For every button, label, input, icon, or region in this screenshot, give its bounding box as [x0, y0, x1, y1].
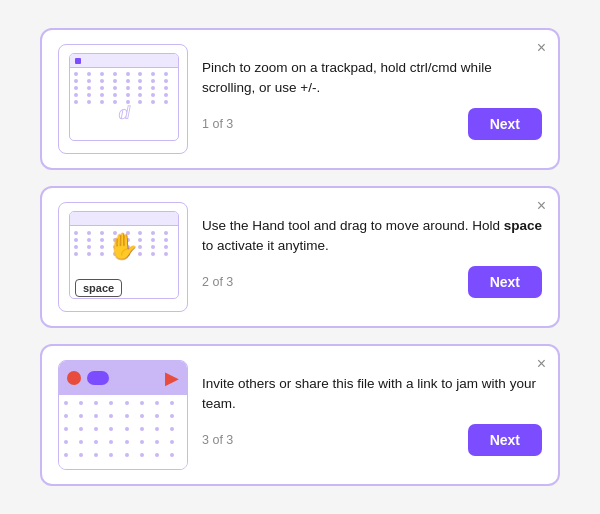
card-2-text-after: to activate it anytime. — [202, 238, 329, 253]
card-1-next-button[interactable]: Next — [468, 108, 542, 140]
card-3-illustration: ▶ — [58, 360, 188, 470]
card-1-close-button[interactable]: × — [537, 40, 546, 56]
tip-card-3: ▶ Invite others or share this file with … — [40, 344, 560, 486]
card-1-content: Pinch to zoom on a trackpad, hold ctrl/c… — [202, 58, 542, 139]
card-3-content: Invite others or share this file with a … — [202, 374, 542, 455]
card-2-footer: 2 of 3 Next — [202, 266, 542, 298]
card-3-progress: 3 of 3 — [202, 433, 233, 447]
card-3-next-button[interactable]: Next — [468, 424, 542, 456]
card-2-text-plain: Use the Hand tool and drag to move aroun… — [202, 218, 504, 233]
card-1-illustration: ⅆ — [58, 44, 188, 154]
card-2-illustration: ✋ space — [58, 202, 188, 312]
tip-card-1: ⅆ Pinch to zoom on a trackpad, hold ctrl… — [40, 28, 560, 170]
cursor-icon: ▶ — [165, 369, 179, 387]
tip-card-2: ✋ space Use the Hand tool and drag to mo… — [40, 186, 560, 328]
card-3-text: Invite others or share this file with a … — [202, 374, 542, 413]
space-badge: space — [75, 279, 122, 297]
card-1-footer: 1 of 3 Next — [202, 108, 542, 140]
card-1-text: Pinch to zoom on a trackpad, hold ctrl/c… — [202, 58, 542, 97]
purple-pill — [87, 371, 109, 385]
card-2-close-button[interactable]: × — [537, 198, 546, 214]
hand-icon: ✋ — [107, 231, 139, 262]
card-3-footer: 3 of 3 Next — [202, 424, 542, 456]
card-2-text: Use the Hand tool and drag to move aroun… — [202, 216, 542, 255]
card-2-content: Use the Hand tool and drag to move aroun… — [202, 216, 542, 297]
card-2-progress: 2 of 3 — [202, 275, 233, 289]
card-2-next-button[interactable]: Next — [468, 266, 542, 298]
card-3-close-button[interactable]: × — [537, 356, 546, 372]
card-2-text-bold: space — [504, 218, 542, 233]
red-circle — [67, 371, 81, 385]
card-1-progress: 1 of 3 — [202, 117, 233, 131]
